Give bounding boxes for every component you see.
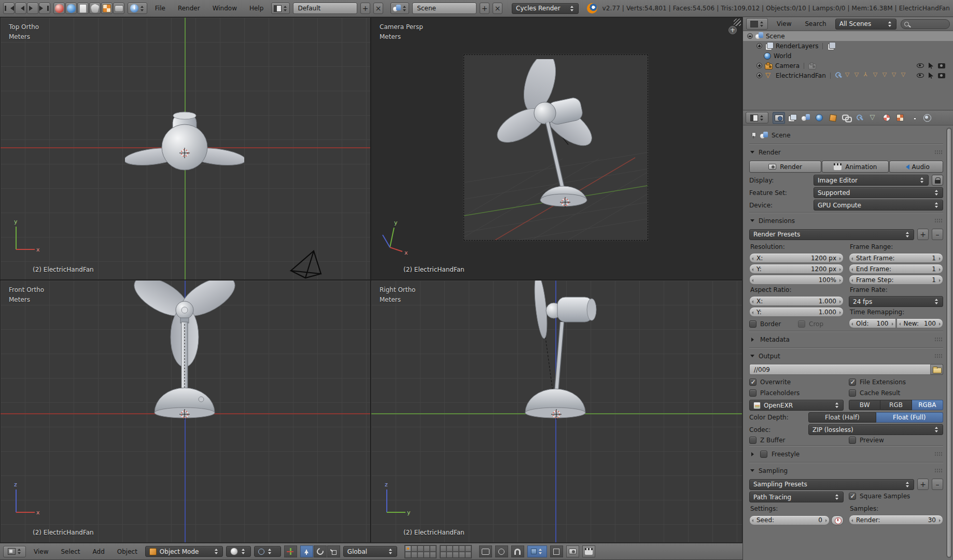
corner-resize-grip[interactable] xyxy=(734,19,741,26)
layer-cell[interactable] xyxy=(405,552,411,558)
layer-cell[interactable] xyxy=(453,552,459,558)
folder-browse-icon[interactable] xyxy=(931,364,943,375)
layer-cell[interactable] xyxy=(453,545,459,552)
layer-cell[interactable] xyxy=(440,545,446,552)
codec-select[interactable]: ZIP (lossless) xyxy=(808,424,943,435)
panel-grip-icon[interactable] xyxy=(934,337,942,342)
remap-old-field[interactable]: Old:100 xyxy=(849,318,896,328)
region-expand-plus-icon[interactable] xyxy=(728,26,737,34)
float-full-option[interactable]: Float (Full) xyxy=(876,412,944,423)
viewport-shading-select[interactable] xyxy=(226,546,251,557)
lock-interface-icon[interactable] xyxy=(932,175,943,186)
checkbox-checked-icon[interactable] xyxy=(749,379,756,386)
scale-manipulator-button[interactable] xyxy=(327,545,340,557)
outliner-menu-view[interactable]: View xyxy=(772,20,796,27)
renderability-camera-icon[interactable] xyxy=(938,63,945,68)
sampling-presets-select[interactable]: Sampling Presets xyxy=(749,479,914,490)
checkbox-checked-icon[interactable] xyxy=(849,493,856,500)
panel-grip-icon[interactable] xyxy=(934,468,942,473)
tab-modifiers[interactable] xyxy=(853,112,866,124)
output-path-field[interactable]: //009 xyxy=(749,364,931,375)
sphere-button[interactable] xyxy=(53,3,65,14)
layer-cell[interactable] xyxy=(424,552,430,558)
delete-layout-button[interactable] xyxy=(373,3,383,14)
menu-object[interactable]: Object xyxy=(113,548,142,555)
layer-cell[interactable] xyxy=(430,545,436,552)
file-format-select[interactable]: OpenEXR xyxy=(749,400,844,411)
add-scene-button[interactable] xyxy=(480,3,489,14)
panel-header-sampling[interactable]: Sampling xyxy=(749,464,943,477)
tab-texture[interactable] xyxy=(894,112,906,124)
menu-view[interactable]: View xyxy=(29,548,53,555)
render-audio-button[interactable]: Audio xyxy=(889,161,943,173)
snap-toggle-button[interactable] xyxy=(511,545,524,557)
jump-first-button[interactable] xyxy=(3,3,15,14)
outliner-item-world[interactable]: World xyxy=(743,51,953,61)
viewport-top-ortho[interactable]: Top Ortho Meters y x (2) ElectricHandFan xyxy=(0,17,371,280)
lock-to-scene-button[interactable] xyxy=(479,545,492,557)
aspect-x-field[interactable]: X:1.000 xyxy=(749,296,844,306)
layer-cell[interactable] xyxy=(465,545,471,552)
tab-material[interactable] xyxy=(880,112,893,124)
selectability-cursor-icon[interactable] xyxy=(929,63,933,69)
device-select[interactable]: GPU Compute xyxy=(814,200,943,211)
checkbox-icon[interactable] xyxy=(749,389,756,397)
cache-result-checkbox[interactable]: Cache Result xyxy=(849,389,943,397)
render-button[interactable]: Render xyxy=(749,161,821,173)
delete-scene-button[interactable] xyxy=(493,3,502,14)
outliner-search-input[interactable] xyxy=(901,19,950,29)
checker-button[interactable] xyxy=(101,3,113,14)
translate-manipulator-button[interactable] xyxy=(300,545,313,557)
layer-cell[interactable] xyxy=(430,552,436,558)
bw-option[interactable]: BW xyxy=(849,400,880,410)
mode-select[interactable]: Object Mode xyxy=(145,546,223,557)
add-preset-button[interactable] xyxy=(917,479,929,490)
selectability-cursor-icon[interactable] xyxy=(929,73,933,79)
viewport-front-ortho[interactable]: Front Ortho Meters z x (2) ElectricHandF… xyxy=(0,280,371,543)
renderability-camera-icon[interactable] xyxy=(938,73,945,78)
tab-constraints[interactable] xyxy=(840,112,852,124)
fan-model-front-view[interactable] xyxy=(122,280,247,432)
globe-button[interactable] xyxy=(65,3,77,14)
integrator-select[interactable]: Path Tracing xyxy=(749,492,844,502)
tab-physics[interactable] xyxy=(921,112,933,124)
fan-model-camera-view[interactable] xyxy=(490,59,620,225)
snap-target-button[interactable] xyxy=(550,545,563,557)
square-samples-checkbox[interactable]: Square Samples xyxy=(849,493,943,500)
render-animation-button[interactable]: Animation xyxy=(822,161,889,173)
editor-type-outliner-button[interactable] xyxy=(746,18,768,30)
panel-header-dimensions[interactable]: Dimensions xyxy=(749,214,943,227)
layer-cell[interactable] xyxy=(411,545,417,552)
add-layout-button[interactable] xyxy=(360,3,370,14)
freestyle-checkbox[interactable] xyxy=(760,451,767,458)
placeholders-checkbox[interactable]: Placeholders xyxy=(749,389,844,397)
editor-type-info-button[interactable] xyxy=(128,3,147,14)
camera-button[interactable] xyxy=(113,3,124,14)
checkbox-checked-icon[interactable] xyxy=(849,379,856,386)
add-preset-button[interactable] xyxy=(917,229,929,240)
menu-select[interactable]: Select xyxy=(56,548,85,555)
outliner-item-electrichandfan[interactable]: ElectricHandFan xyxy=(743,71,953,80)
layer-cell[interactable] xyxy=(440,552,446,558)
checkbox-icon[interactable] xyxy=(749,437,756,444)
layer-cell[interactable] xyxy=(459,552,465,558)
transform-orientation-select[interactable]: Global xyxy=(343,546,397,557)
outliner-item-scene[interactable]: Scene xyxy=(743,31,953,41)
rgba-option[interactable]: RGBA xyxy=(912,400,943,410)
expand-icon[interactable] xyxy=(756,63,762,68)
tab-render[interactable] xyxy=(773,112,785,124)
prev-button[interactable] xyxy=(15,3,26,14)
scene-name-field[interactable]: Scene xyxy=(412,3,476,14)
collapse-icon[interactable] xyxy=(747,33,753,39)
remap-new-field[interactable]: New:100 xyxy=(896,318,944,328)
next-button[interactable] xyxy=(27,3,38,14)
tab-object[interactable] xyxy=(826,112,839,124)
panel-header-freestyle[interactable]: Freestyle xyxy=(749,447,943,460)
menu-help[interactable]: Help xyxy=(245,5,268,12)
start-frame-field[interactable]: Start Frame:1 xyxy=(849,253,943,263)
menu-file[interactable]: File xyxy=(150,5,170,12)
display-filter-select[interactable]: All Scenes xyxy=(835,19,896,30)
resolution-y-field[interactable]: Y:1200 px xyxy=(749,264,844,274)
screen-layout-name-field[interactable]: Default xyxy=(293,3,357,14)
outliner-menu-search[interactable]: Search xyxy=(800,20,831,27)
